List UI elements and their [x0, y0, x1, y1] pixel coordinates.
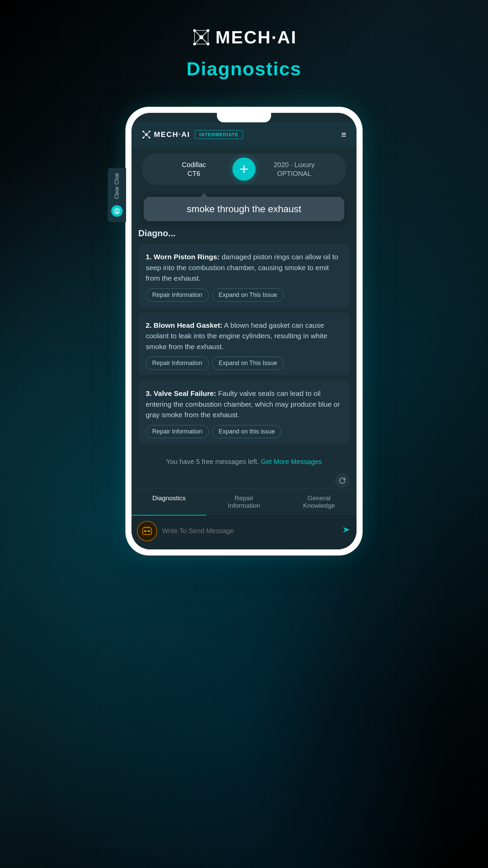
car-add-button[interactable]	[232, 158, 256, 181]
refresh-icon	[338, 477, 346, 485]
diag-2-title: 2. Blown Head Gasket:	[146, 321, 222, 329]
message-input-field[interactable]	[162, 527, 337, 535]
diag-1-title: 1. Worn Piston Rings:	[146, 253, 220, 261]
refresh-btn-area	[131, 471, 357, 488]
clear-chat-label: Clear Chat	[114, 173, 120, 199]
hamburger-menu[interactable]: ≡	[341, 130, 346, 139]
diag-1-buttons: Repair Information Expand on This Issue	[146, 288, 342, 302]
sidebar-avatar	[111, 205, 123, 217]
diag-3-title: 3. Valve Seal Failure:	[146, 389, 216, 397]
car-option-right[interactable]: 2020 · Luxury OPTIONAL	[244, 155, 344, 183]
diag-1-expand-btn[interactable]: Expand on This Issue	[212, 288, 284, 302]
svg-line-5	[195, 31, 201, 37]
message-input-area	[131, 516, 357, 549]
diagnostic-card-1-text: 1. Worn Piston Rings: damaged piston rin…	[146, 251, 342, 284]
phone-inner: MECH·AI INTERMEDIATE ≡ Codillac CT6	[131, 113, 357, 549]
logo-icon	[191, 27, 211, 47]
diagnostic-card-1: 1. Worn Piston Rings: damaged piston rin…	[138, 244, 350, 307]
diag-3-repair-btn[interactable]: Repair Information	[146, 425, 209, 438]
app-bar-logo-icon	[142, 130, 151, 139]
refresh-button[interactable]	[335, 473, 350, 488]
app-subtitle: Diagnostics	[186, 58, 301, 80]
app-bar-left: MECH·AI INTERMEDIATE	[142, 130, 243, 139]
diag-2-expand-btn[interactable]: Expand on This Issue	[212, 357, 284, 370]
diag-3-expand-btn[interactable]: Expand on this issue	[212, 425, 281, 438]
phone-notch	[217, 113, 271, 122]
obd-logo-icon	[141, 525, 153, 537]
free-messages-text: You have 5 free messages left.	[166, 458, 259, 465]
clear-chat-tab[interactable]: Clear Chat	[108, 168, 126, 222]
section-title: Diagno...	[138, 228, 350, 239]
svg-line-22	[146, 135, 149, 138]
level-badge: INTERMEDIATE	[195, 130, 243, 139]
car-option-left[interactable]: Codillac CT6	[144, 155, 244, 183]
app-logo-text: MECH·AI	[216, 27, 297, 47]
diagnostic-card-2: 2. Blown Head Gasket: A blown head gaske…	[138, 312, 350, 376]
svg-rect-28	[144, 527, 150, 528]
svg-point-26	[144, 530, 146, 532]
svg-line-7	[195, 37, 201, 44]
free-messages-bar: You have 5 free messages left. Get More …	[131, 452, 357, 471]
svg-line-8	[201, 37, 208, 44]
diag-1-repair-btn[interactable]: Repair Information	[146, 288, 209, 302]
logo-area: MECH·AI	[191, 27, 297, 47]
svg-line-20	[146, 132, 149, 135]
svg-line-6	[201, 31, 208, 37]
tab-repair-information[interactable]: Repair Information	[206, 488, 281, 516]
phone-mockup: Clear Chat	[125, 107, 363, 556]
svg-line-19	[143, 132, 146, 135]
bottom-nav-tabs: Diagnostics Repair Information General K…	[131, 488, 357, 516]
diag-2-repair-btn[interactable]: Repair Information	[146, 357, 209, 370]
speech-bubble-tooltip: smoke through the exhaust	[144, 197, 344, 221]
diagnostic-card-3: 3. Valve Seal Failure: Faulty valve seal…	[138, 381, 350, 444]
diag-2-buttons: Repair Information Expand on This Issue	[146, 357, 342, 370]
svg-point-27	[148, 530, 150, 532]
plus-icon	[238, 163, 250, 175]
app-bar-logo: MECH·AI	[142, 130, 190, 139]
app-header: MECH·AI Diagnostics	[186, 27, 301, 80]
car-selector[interactable]: Codillac CT6 2020 · Luxury OPTIONAL	[142, 154, 346, 185]
app-bar: MECH·AI INTERMEDIATE ≡	[131, 122, 357, 147]
obd-icon	[137, 521, 157, 541]
main-content: Diagno... 1. Worn Piston Rings: damaged …	[131, 221, 357, 452]
tab-diagnostics[interactable]: Diagnostics	[131, 488, 206, 516]
diagnostic-card-3-text: 3. Valve Seal Failure: Faulty valve seal…	[146, 388, 342, 420]
get-more-messages-link[interactable]: Get More Messages	[261, 458, 322, 465]
send-icon	[342, 525, 351, 534]
diag-3-buttons: Repair Information Expand on this issue	[146, 425, 342, 438]
diagnostic-card-2-text: 2. Blown Head Gasket: A blown head gaske…	[146, 320, 342, 352]
tab-general-knowledge[interactable]: General Knowledge	[282, 488, 357, 516]
send-button[interactable]	[342, 525, 351, 537]
svg-line-21	[143, 135, 146, 138]
